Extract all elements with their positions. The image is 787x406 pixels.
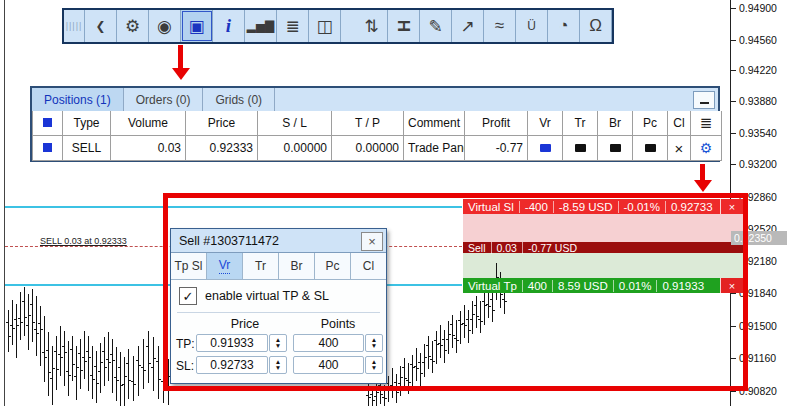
pc-toggle[interactable] <box>633 136 668 161</box>
positions-panel-tabbar: Positions (1)Orders (0)Grids (0) <box>32 88 718 112</box>
price-bar <box>40 306 41 366</box>
column-header-pc: Pc <box>633 111 668 136</box>
zigzag-trend-icon[interactable]: ≈ <box>484 10 516 42</box>
panel-tab-orders[interactable]: Orders (0) <box>124 88 204 111</box>
price-bar <box>128 349 129 399</box>
price-bar <box>96 351 97 403</box>
cell-tp: 0.00000 <box>332 136 404 161</box>
axis-price-label: 0.93200 <box>739 158 777 170</box>
price-bar <box>104 337 105 386</box>
row-select-icon[interactable] <box>33 136 63 161</box>
price-bar <box>138 346 139 396</box>
annotation-rectangle <box>163 193 748 391</box>
column-header-tr: Tr <box>563 111 598 136</box>
axis-tick <box>730 164 736 165</box>
shield-icon[interactable]: Ü <box>516 10 548 42</box>
price-bar <box>143 339 144 389</box>
price-bar <box>12 300 13 345</box>
annotation-arrow-2 <box>700 164 705 180</box>
axis-tick <box>730 133 736 134</box>
price-bar <box>24 287 25 336</box>
minimize-button[interactable] <box>693 91 715 109</box>
table-menu-icon[interactable]: ≣ <box>691 111 722 136</box>
price-bar <box>88 336 89 391</box>
select-all-icon[interactable] <box>33 111 63 136</box>
tr-toggle[interactable] <box>563 136 598 161</box>
cell-type: SELL <box>63 136 111 161</box>
price-bar <box>100 343 101 393</box>
doc-edit-icon[interactable]: ✎ <box>420 10 452 42</box>
annotation-arrow-1 <box>178 45 183 68</box>
column-header-vr: Vr <box>528 111 563 136</box>
axis-price-label: 0.94900 <box>739 2 777 14</box>
column-header-price: Price <box>186 111 258 136</box>
column-header-comment: Comment <box>404 111 465 136</box>
price-bar <box>52 346 53 405</box>
drag-handle[interactable]: ||||| <box>64 10 85 42</box>
column-header-cl: Cl <box>668 111 691 136</box>
doc-arrows-icon[interactable]: ⇅ <box>349 10 388 42</box>
stats-chart-icon[interactable]: ▂▅▇ <box>245 10 277 42</box>
info-icon[interactable]: i <box>213 10 245 42</box>
chart-window: 0.949000.945600.942200.938800.935400.932… <box>0 0 787 406</box>
price-bar <box>108 332 109 381</box>
column-header-tp: T / P <box>332 111 404 136</box>
price-bar <box>72 336 73 381</box>
camera-icon[interactable]: ◉ <box>149 10 181 42</box>
price-bar <box>60 326 61 376</box>
price-bar <box>20 292 21 340</box>
price-bar <box>124 357 125 406</box>
price-bar <box>153 337 154 391</box>
br-toggle[interactable] <box>598 136 633 161</box>
panel-tab-positions[interactable]: Positions (1) <box>32 88 124 111</box>
annotation-arrow-2-head <box>694 180 712 192</box>
pie-chart-icon[interactable]: ◔ <box>548 10 580 42</box>
axis-price-label: 0.94220 <box>739 64 777 76</box>
price-bar <box>64 331 65 386</box>
price-bar <box>84 331 85 379</box>
list-icon[interactable]: ≣ <box>277 10 309 42</box>
price-bar <box>148 331 149 383</box>
ibeam-icon[interactable]: H <box>388 10 420 42</box>
position-settings-icon[interactable]: ⚙ <box>691 136 722 161</box>
column-header-type: Type <box>63 111 111 136</box>
axis-tick <box>730 70 736 71</box>
cell-volume: 0.03 <box>111 136 186 161</box>
positions-panel: Positions (1)Orders (0)Grids (0) TypeVol… <box>30 86 720 162</box>
price-bar <box>56 336 57 390</box>
settings-gear-icon[interactable]: ⚙ <box>117 10 149 42</box>
price-bar <box>120 352 121 406</box>
axis-price-label: 0.93540 <box>739 127 777 139</box>
axis-tick <box>730 40 736 41</box>
trend-arrow-icon[interactable]: ↗ <box>452 10 484 42</box>
price-bar <box>44 316 45 382</box>
price-bar <box>16 304 17 358</box>
cell-price: 0.92333 <box>186 136 258 161</box>
cell-comment: Trade Panel <box>404 136 465 161</box>
price-bar <box>48 332 49 396</box>
column-header-volume: Volume <box>111 111 186 136</box>
panel-tab-grids[interactable]: Grids (0) <box>203 88 275 111</box>
axis-tick <box>730 101 736 102</box>
candle-settings-icon[interactable]: ◫ <box>309 10 341 42</box>
price-bar <box>76 346 77 400</box>
axis-price-label: 0.93880 <box>739 95 777 107</box>
positions-table: TypeVolumePriceS / LT / PCommentProfitVr… <box>32 111 722 161</box>
column-header-profit: Profit <box>465 111 528 136</box>
price-bar <box>32 289 33 342</box>
toolbar: |||||❮⚙◉▣i▂▅▇≣◫⇅H✎↗≈Ü◔Ω <box>62 8 614 44</box>
price-bar <box>8 310 9 352</box>
axis-tick <box>730 8 736 9</box>
price-bar <box>68 341 69 396</box>
back-icon[interactable]: ❮ <box>85 10 117 42</box>
price-bar <box>116 347 117 401</box>
bell-icon[interactable]: Ω <box>580 10 612 42</box>
trade-panel-briefcase-icon[interactable]: ▣ <box>181 10 213 42</box>
vr-toggle[interactable] <box>528 136 563 161</box>
chart-left-border <box>4 0 5 406</box>
price-bar <box>28 294 29 350</box>
close-position-icon[interactable]: × <box>668 136 691 161</box>
price-bar <box>158 346 159 399</box>
cell-sl: 0.00000 <box>258 136 332 161</box>
price-bar <box>80 339 81 389</box>
